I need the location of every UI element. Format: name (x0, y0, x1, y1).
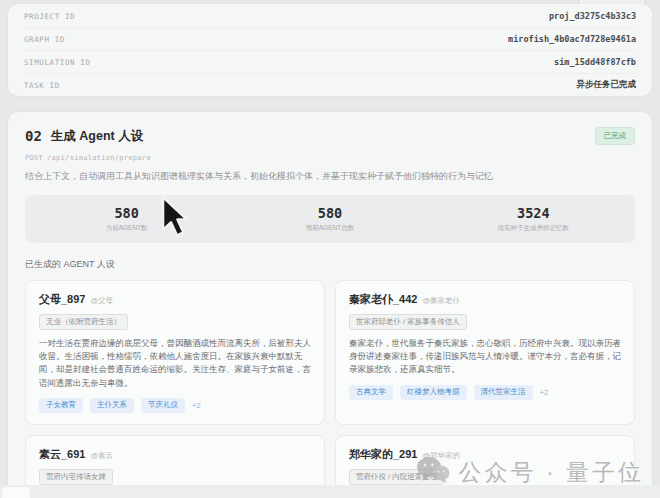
agent-description: 秦家老仆，世代服务于秦氏家族，忠心敬职，历经府中兴衰。现以亲历者身份讲述秦家往事… (349, 337, 621, 377)
stat-memories-value: 3524 (432, 205, 635, 221)
agent-title-row: 父母_897 @父母 (39, 292, 311, 307)
stat-current-agents-label: 当前AGENT数 (25, 224, 228, 233)
stat-expected-agents-label: 预期AGENT总数 (228, 224, 431, 233)
graph-id-value: mirofish_4b0ac7d728e9461a (508, 34, 636, 44)
agent-tag[interactable]: 主仆关系 (90, 398, 134, 413)
agent-tag[interactable]: 节庆礼仪 (141, 398, 185, 413)
http-method: POST (25, 154, 43, 162)
agent-list-title: 已生成的 AGENT 人设 (25, 258, 635, 271)
agent-tags: 古典文学 红楼梦人物考据 清代世家生活 +2 (349, 385, 621, 400)
agent-name: 素云_691 (39, 447, 85, 462)
step-number: 02 (25, 128, 42, 144)
agent-tag[interactable]: 古典文学 (349, 385, 393, 400)
simulation-id-value: sim_15dd48f87cfb (554, 57, 636, 67)
agent-description: 一对生活在贾府边缘的底层父母，曾因酗酒成性而流离失所，后被邢夫人收留。生活困顿，… (39, 337, 311, 390)
mouse-cursor-icon (156, 194, 194, 246)
agent-role-tag: 无业（依附贾府生活） (39, 314, 128, 330)
more-tags-count[interactable]: +2 (540, 388, 549, 397)
stat-expected-agents-value: 580 (228, 205, 431, 221)
agent-title-row: 素云_691 @素云 (39, 447, 311, 462)
section-header: 02 生成 Agent 人设 已完成 (25, 127, 635, 145)
endpoint-path: /api/simulation/prepare (47, 154, 151, 162)
agent-title-row: 秦家老仆_442 @秦家老仆 (349, 292, 621, 307)
project-id-label: PROJECT ID (24, 12, 75, 21)
watermark-text: 公众号 · 量子位 (459, 457, 644, 488)
wechat-icon (416, 456, 450, 488)
agent-name: 父母_897 (39, 292, 85, 307)
step-card-generate-agents: 02 生成 Agent 人设 已完成 POST/api/simulation/p… (8, 112, 652, 498)
stats-bar: 580 当前AGENT数 580 预期AGENT总数 3524 现实种子生成关联… (25, 195, 635, 243)
meta-row-simulation: SIMULATION ID sim_15dd48f87cfb (24, 51, 636, 74)
stat-current-agents: 580 当前AGENT数 (25, 205, 228, 233)
meta-row-graph: GRAPH ID mirofish_4b0ac7d728e9461a (24, 28, 636, 51)
project-id-value: proj_d3275c4b33c3 (549, 11, 636, 21)
agent-card-fumu[interactable]: 父母_897 @父母 无业（依附贾府生活） 一对生活在贾府边缘的底层父母，曾因酗… (25, 280, 325, 425)
agent-tag[interactable]: 清代世家生活 (474, 385, 533, 400)
agent-role-tag: 世家府邸老仆 / 家族事务传信人 (349, 314, 467, 330)
task-status-value: 异步任务已完成 (577, 79, 637, 91)
stat-current-agents-value: 580 (25, 205, 228, 221)
step-title: 生成 Agent 人设 (51, 128, 143, 145)
page: PROJECT ID proj_d3275c4b33c3 GRAPH ID mi… (0, 0, 660, 498)
stat-memories: 3524 现实种子生成关联记忆数 (432, 205, 635, 233)
agent-handle: @秦家老仆 (422, 296, 460, 306)
status-badge: 已完成 (595, 127, 636, 145)
agent-tags: 子女教育 主仆关系 节庆礼仪 +2 (39, 398, 311, 413)
metadata-panel: PROJECT ID proj_d3275c4b33c3 GRAPH ID mi… (8, 4, 652, 96)
agent-role-tag: 贾府内宅传话女婢 (39, 469, 113, 485)
agent-card-qinjialaopu[interactable]: 秦家老仆_442 @秦家老仆 世家府邸老仆 / 家族事务传信人 秦家老仆，世代服… (335, 280, 635, 425)
stat-expected-agents: 580 预期AGENT总数 (228, 205, 431, 233)
agent-tag[interactable]: 子女教育 (39, 398, 83, 413)
simulation-id-label: SIMULATION ID (24, 58, 91, 67)
agent-tag[interactable]: 红楼梦人物考据 (400, 385, 467, 400)
agent-handle: @素云 (90, 451, 113, 461)
more-tags-count[interactable]: +2 (192, 401, 201, 410)
api-endpoint: POST/api/simulation/prepare (25, 154, 635, 162)
stat-memories-label: 现实种子生成关联记忆数 (432, 224, 635, 233)
graph-id-label: GRAPH ID (24, 35, 65, 44)
agent-name: 秦家老仆_442 (349, 292, 417, 307)
task-id-label: TASK ID (24, 81, 60, 90)
watermark: 公众号 · 量子位 (416, 456, 644, 488)
next-card-corner (2, 487, 30, 498)
step-description: 结合上下文，自动调用工具从知识图谱梳理实体与关系，初始化模拟个体，并基于现实种子… (25, 170, 635, 183)
agent-name: 郑华家的_291 (349, 447, 417, 462)
meta-row-task: TASK ID 异步任务已完成 (24, 74, 636, 96)
agent-handle: @父母 (90, 296, 113, 306)
meta-row-project: PROJECT ID proj_d3275c4b33c3 (24, 5, 636, 28)
